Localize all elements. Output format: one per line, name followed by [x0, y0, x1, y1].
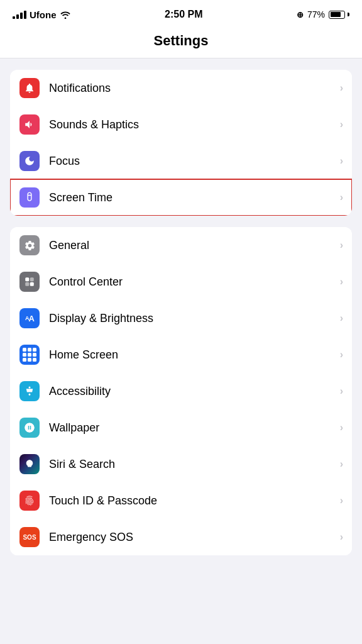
sounds-icon-wrap	[10, 114, 49, 135]
settings-item-touchid[interactable]: Touch ID & Passcode ›	[10, 482, 352, 519]
settings-item-display[interactable]: AA Display & Brightness ›	[10, 300, 352, 336]
sos-label: Emergency SOS	[49, 531, 336, 544]
battery-percent: 77%	[307, 9, 325, 19]
wallpaper-icon	[19, 418, 40, 438]
page-header: Settings	[0, 26, 362, 58]
touchid-chevron: ›	[340, 495, 343, 506]
notifications-icon-wrap	[10, 78, 49, 98]
focus-icon	[19, 151, 40, 171]
location-icon: ⊕	[297, 10, 304, 19]
controlcenter-icon	[19, 272, 40, 292]
homescreen-chevron: ›	[340, 349, 343, 360]
status-bar: Ufone 2:50 PM ⊕ 77%	[0, 0, 362, 26]
wallpaper-icon-wrap	[10, 418, 49, 438]
accessibility-chevron: ›	[340, 386, 343, 397]
settings-item-homescreen[interactable]: Home Screen ›	[10, 336, 352, 373]
sos-icon-wrap: SOS	[10, 527, 49, 547]
accessibility-icon-wrap	[10, 381, 49, 401]
screentime-chevron: ›	[340, 192, 343, 203]
settings-item-notifications[interactable]: Notifications ›	[10, 70, 352, 106]
touchid-icon	[19, 491, 40, 511]
svg-rect-0	[25, 277, 29, 281]
svg-rect-3	[30, 282, 34, 286]
grid-icon	[23, 348, 36, 362]
settings-item-controlcenter[interactable]: Control Center ›	[10, 264, 352, 300]
carrier-label: Ufone	[30, 9, 57, 20]
wallpaper-chevron: ›	[340, 422, 343, 433]
sounds-chevron: ›	[340, 119, 343, 130]
siri-label: Siri & Search	[49, 458, 336, 471]
sos-text: SOS	[23, 534, 36, 541]
general-label: General	[49, 239, 336, 252]
siri-icon	[19, 454, 40, 474]
aa-text: AA	[25, 314, 34, 323]
display-icon: AA	[19, 308, 40, 328]
battery-icon	[329, 11, 349, 19]
settings-item-wallpaper[interactable]: Wallpaper ›	[10, 409, 352, 446]
settings-group-1: Notifications › Sounds & Haptics › Focus…	[10, 70, 352, 216]
time-label: 2:50 PM	[165, 9, 202, 20]
notifications-icon	[19, 78, 40, 98]
homescreen-icon-wrap	[10, 345, 49, 365]
sos-chevron: ›	[340, 531, 343, 543]
status-right: ⊕ 77%	[297, 9, 349, 19]
siri-icon-wrap	[10, 454, 49, 474]
svg-rect-1	[30, 277, 34, 281]
settings-group-2: General › Control Center › AA	[10, 227, 352, 555]
screentime-icon	[19, 187, 40, 208]
sos-icon: SOS	[19, 527, 40, 547]
display-label: Display & Brightness	[49, 312, 336, 325]
controlcenter-icon-wrap	[10, 272, 49, 292]
siri-chevron: ›	[340, 458, 343, 470]
settings-item-focus[interactable]: Focus ›	[10, 143, 352, 179]
settings-item-general[interactable]: General ›	[10, 227, 352, 264]
accessibility-label: Accessibility	[49, 385, 336, 398]
settings-item-sos[interactable]: SOS Emergency SOS ›	[10, 519, 352, 555]
sounds-label: Sounds & Haptics	[49, 118, 336, 131]
settings-item-accessibility[interactable]: Accessibility ›	[10, 373, 352, 409]
wifi-icon	[60, 11, 71, 19]
focus-label: Focus	[49, 155, 336, 168]
svg-rect-2	[25, 282, 29, 286]
svg-point-4	[29, 387, 31, 389]
display-chevron: ›	[340, 313, 343, 324]
notifications-chevron: ›	[340, 82, 343, 94]
general-icon-wrap	[10, 235, 49, 255]
sounds-icon	[19, 114, 40, 135]
accessibility-icon	[19, 381, 40, 401]
wallpaper-label: Wallpaper	[49, 421, 336, 435]
page-title: Settings	[154, 33, 209, 48]
settings-item-screentime[interactable]: Screen Time ›	[10, 179, 352, 216]
status-left: Ufone	[13, 9, 71, 20]
focus-chevron: ›	[340, 155, 343, 167]
focus-icon-wrap	[10, 151, 49, 171]
screentime-label: Screen Time	[49, 191, 336, 204]
touchid-label: Touch ID & Passcode	[49, 494, 336, 508]
general-icon	[19, 235, 40, 255]
controlcenter-chevron: ›	[340, 276, 343, 287]
screentime-icon-wrap	[10, 187, 49, 208]
display-icon-wrap: AA	[10, 308, 49, 328]
settings-item-sounds[interactable]: Sounds & Haptics ›	[10, 106, 352, 143]
notifications-label: Notifications	[49, 82, 336, 95]
homescreen-icon	[19, 345, 40, 365]
general-chevron: ›	[340, 240, 343, 251]
signal-bars	[13, 11, 26, 19]
touchid-icon-wrap	[10, 491, 49, 511]
homescreen-label: Home Screen	[49, 348, 336, 362]
controlcenter-label: Control Center	[49, 275, 336, 289]
settings-item-siri[interactable]: Siri & Search ›	[10, 446, 352, 482]
